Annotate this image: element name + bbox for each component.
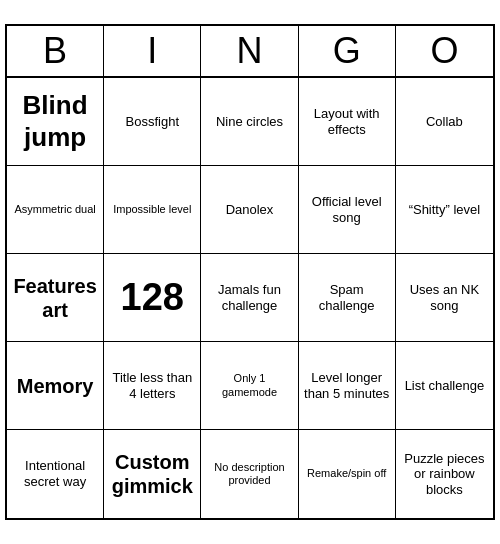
cell-18: Level longer than 5 minutes (299, 342, 396, 430)
header-letter-b: B (7, 26, 104, 76)
cell-15: Memory (7, 342, 104, 430)
cell-5: Asymmetric dual (7, 166, 104, 254)
cell-22: No description provided (201, 430, 298, 518)
cell-2: Nine circles (201, 78, 298, 166)
cell-14: Uses an NK song (396, 254, 493, 342)
cell-23: Remake/spin off (299, 430, 396, 518)
bingo-card: BINGO Blind jumpBossfightNine circlesLay… (5, 24, 495, 520)
cell-11: 128 (104, 254, 201, 342)
cell-1: Bossfight (104, 78, 201, 166)
header-letter-o: O (396, 26, 493, 76)
header-letter-g: G (299, 26, 396, 76)
cell-19: List challenge (396, 342, 493, 430)
cell-16: Title less than 4 letters (104, 342, 201, 430)
cell-8: Official level song (299, 166, 396, 254)
cell-13: Spam challenge (299, 254, 396, 342)
cell-21: Custom gimmick (104, 430, 201, 518)
cell-20: Intentional secret way (7, 430, 104, 518)
cell-7: Danolex (201, 166, 298, 254)
cell-12: Jamals fun challenge (201, 254, 298, 342)
cell-0: Blind jump (7, 78, 104, 166)
cell-4: Collab (396, 78, 493, 166)
header-letter-i: I (104, 26, 201, 76)
cell-17: Only 1 gamemode (201, 342, 298, 430)
cell-6: Impossible level (104, 166, 201, 254)
bingo-header: BINGO (7, 26, 493, 78)
cell-3: Layout with effects (299, 78, 396, 166)
bingo-grid: Blind jumpBossfightNine circlesLayout wi… (7, 78, 493, 518)
cell-10: Features art (7, 254, 104, 342)
cell-24: Puzzle pieces or rainbow blocks (396, 430, 493, 518)
cell-9: “Shitty” level (396, 166, 493, 254)
header-letter-n: N (201, 26, 298, 76)
